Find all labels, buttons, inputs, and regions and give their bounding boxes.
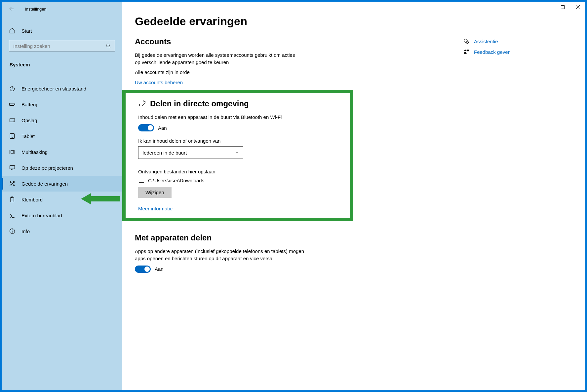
sidebar-item-label: Op deze pc projecteren (21, 165, 73, 171)
storage-icon (9, 117, 16, 124)
sidebar-item-about[interactable]: Info (2, 223, 122, 239)
app-title: Instellingen (25, 7, 47, 12)
help-icon (463, 38, 469, 45)
minimize-button[interactable] (540, 2, 555, 12)
section-title-accounts: Accounts (135, 37, 340, 46)
main-content: Gedeelde ervaringen Accounts Bij gedeeld… (122, 2, 585, 390)
sidebar-item-label: Energiebeheer en slaapstand (21, 86, 86, 91)
feedback-icon (463, 49, 469, 55)
sidebar-item-label: Tablet (21, 133, 35, 139)
share-icon (138, 100, 146, 108)
back-button[interactable] (6, 4, 17, 14)
sidebar-item-power-sleep[interactable]: Energiebeheer en slaapstand (2, 81, 122, 96)
receive-from-label: Ik kan inhoud delen of ontvangen van (138, 138, 341, 144)
multitasking-icon (9, 149, 16, 155)
aside-help: Assistentie Feedback geven (463, 38, 511, 55)
clipboard-icon (9, 196, 16, 203)
sidebar-item-projecting[interactable]: Op deze pc projecteren (2, 160, 122, 176)
search-icon (106, 43, 111, 49)
sidebar-header: Instellingen (2, 2, 122, 16)
sidebar-item-tablet[interactable]: Tablet (2, 128, 122, 144)
svg-point-33 (466, 41, 469, 44)
sidebar-home-label: Start (21, 28, 32, 34)
page-title: Gedeelde ervaringen (135, 15, 340, 28)
sidebar-item-storage[interactable]: Opslag (2, 112, 122, 128)
give-feedback-link[interactable]: Feedback geven (463, 49, 511, 55)
save-location-path-row: C:\Users\user\Downloads (138, 177, 341, 184)
svg-point-32 (464, 39, 467, 42)
svg-rect-18 (10, 165, 15, 169)
cross-device-toggle-state: Aan (155, 266, 164, 272)
section-title-cross-device: Met apparaten delen (135, 233, 340, 242)
sidebar-item-battery[interactable]: Batterij (2, 96, 122, 112)
sidebar: Instellingen Start Systeem (2, 2, 122, 390)
svg-point-5 (106, 44, 109, 47)
sidebar-item-label: Opslag (21, 118, 37, 123)
sidebar-item-label: Multitasking (21, 149, 48, 155)
sidebar-item-label: Batterij (21, 102, 37, 107)
sidebar-item-clipped[interactable] (2, 71, 122, 81)
chevron-down-icon (235, 151, 239, 155)
folder-icon (138, 177, 145, 184)
sidebar-item-label: Klembord (21, 197, 43, 202)
maximize-button[interactable] (555, 2, 570, 12)
battery-icon (9, 101, 16, 108)
sidebar-item-clipboard[interactable]: Klembord (2, 192, 122, 207)
nearby-toggle[interactable] (138, 124, 154, 131)
receive-from-select[interactable]: Iedereen in de buurt (138, 146, 243, 159)
get-help-link[interactable]: Assistentie (463, 38, 511, 45)
sidebar-item-label: Gedeelde ervaringen (21, 181, 68, 187)
section-title-nearby: Delen in directe omgeving (138, 99, 341, 108)
cross-device-toggle[interactable] (135, 266, 151, 273)
manage-accounts-link[interactable]: Uw accounts beheren (135, 80, 183, 85)
receive-from-value: Iedereen in de buurt (142, 150, 187, 156)
sidebar-item-remote-desktop[interactable]: Extern bureaublad (2, 207, 122, 223)
svg-point-12 (14, 121, 14, 122)
cross-device-desc: Apps op andere apparaten (inclusief geko… (135, 248, 307, 262)
svg-rect-10 (15, 104, 15, 105)
svg-line-6 (109, 47, 110, 48)
sidebar-item-multitasking[interactable]: Multitasking (2, 144, 122, 160)
save-location-label: Ontvangen bestanden hier opslaan (138, 169, 341, 174)
info-icon (9, 228, 16, 234)
svg-point-30 (12, 230, 12, 230)
svg-rect-9 (10, 103, 14, 106)
sidebar-nav: Energiebeheer en slaapstand Batterij Ops… (2, 71, 122, 390)
search-box (9, 40, 115, 52)
nearby-toggle-row: Aan (138, 124, 341, 131)
accounts-desc: Bij gedeelde ervaringen worden alle syst… (135, 52, 300, 66)
save-location-path: C:\Users\user\Downloads (148, 178, 204, 183)
svg-rect-31 (139, 178, 144, 182)
sidebar-item-shared-experiences[interactable]: Gedeelde ervaringen (2, 176, 122, 192)
project-icon (9, 164, 16, 171)
nearby-sharing-highlight: Delen in directe omgeving Inhoud delen m… (122, 90, 353, 221)
change-location-button[interactable]: Wijzigen (138, 187, 172, 198)
svg-rect-17 (11, 151, 14, 153)
tablet-icon (9, 133, 16, 139)
svg-rect-1 (561, 5, 564, 9)
accounts-status: Alle accounts zijn in orde (135, 69, 300, 76)
nearby-desc: Inhoud delen met een apparaat in de buur… (138, 114, 303, 121)
shared-icon (9, 180, 16, 187)
cross-device-toggle-row: Aan (135, 266, 340, 273)
window-controls (540, 2, 585, 12)
remote-icon (9, 212, 16, 219)
search-input[interactable] (9, 40, 115, 52)
sidebar-category: Systeem (2, 54, 122, 71)
power-icon (9, 85, 16, 92)
more-info-link[interactable]: Meer informatie (138, 206, 173, 211)
sidebar-item-label: Info (21, 229, 30, 234)
nearby-toggle-state: Aan (158, 125, 167, 131)
close-button[interactable] (570, 2, 585, 12)
home-icon (9, 27, 16, 34)
settings-window: Instellingen Start Systeem (2, 2, 585, 390)
sidebar-item-label: Extern bureaublad (21, 213, 62, 218)
svg-rect-35 (467, 50, 469, 51)
svg-point-34 (464, 50, 466, 51)
sidebar-home[interactable]: Start (2, 23, 122, 38)
